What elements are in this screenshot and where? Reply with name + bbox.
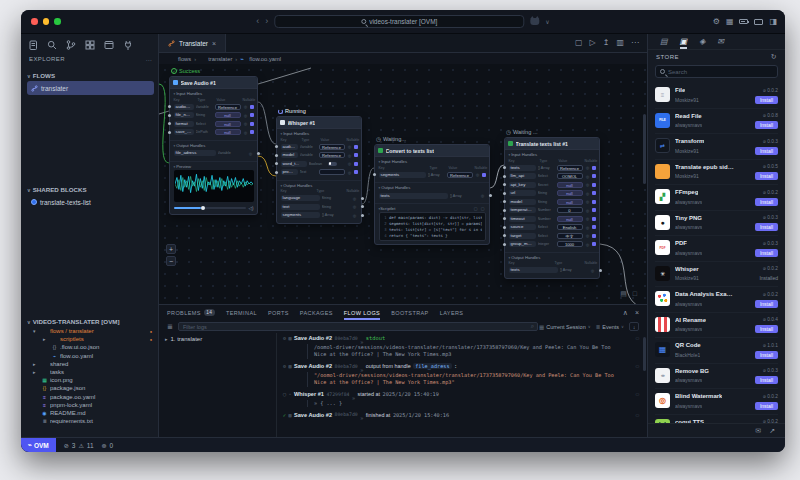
file-tree-item[interactable]: shared	[27, 360, 154, 368]
install-button[interactable]: Install	[755, 172, 778, 180]
output-handles-label[interactable]: Output Handles	[379, 185, 486, 190]
panel-tab[interactable]: PACKAGES	[300, 305, 333, 320]
handle-dot[interactable]	[168, 105, 171, 108]
run-icon[interactable]	[590, 39, 596, 47]
handle-value[interactable]: null	[557, 199, 583, 205]
tab-translater[interactable]: Translater ×	[159, 34, 226, 52]
minimize-window-button[interactable]	[43, 18, 50, 25]
minimap-icon[interactable]	[620, 290, 627, 298]
store-item[interactable]: File 0.0.2 Moskize91 Install	[655, 83, 778, 109]
breadcrumb-item[interactable]: flow.oo.yaml	[240, 56, 281, 62]
input-handle-row[interactable]: file_name String null	[174, 111, 254, 120]
store-item[interactable]: Whisper 0.0.2 Moskize91 Installed	[655, 262, 778, 288]
scriptlet-header[interactable]: Scriptlet	[379, 206, 486, 211]
nullable-checkbox[interactable]	[250, 105, 254, 109]
handle-dot[interactable]	[361, 197, 364, 200]
input-handle-row[interactable]: api_key Secret null	[509, 181, 596, 190]
handle-dot[interactable]	[503, 166, 506, 169]
file-tree-item[interactable]: pnpm-lock.yaml	[27, 401, 154, 409]
share-icon[interactable]	[603, 39, 610, 47]
list-icon[interactable]	[167, 323, 173, 331]
handle-dot[interactable]	[503, 243, 506, 246]
handle-dot[interactable]	[503, 192, 506, 195]
handle-dot[interactable]	[168, 114, 171, 117]
visibility-icon[interactable]	[480, 193, 486, 198]
handle-dot[interactable]	[168, 122, 171, 125]
battery-icon[interactable]	[739, 19, 748, 24]
install-button[interactable]: Install	[755, 147, 778, 155]
visibility-icon[interactable]	[585, 182, 591, 187]
store-item[interactable]: Remove BG 0.0.3 alwaysmavs Install	[655, 364, 778, 390]
store-item[interactable]: Read File 0.0.8 alwaysmavs Install	[655, 109, 778, 135]
panel-tab[interactable]: PROBLEMS 14	[167, 305, 215, 320]
output-handle-row[interactable]: segments {} Array	[281, 211, 358, 220]
player-progress-bar[interactable]	[174, 207, 246, 209]
settings-icon[interactable]	[713, 18, 720, 26]
handle-value[interactable]: null	[215, 112, 241, 118]
panel-tab[interactable]: BOOTSTRAP	[391, 305, 429, 320]
handle-dot[interactable]	[599, 269, 602, 272]
input-handle-row[interactable]: texts {} Array Reference	[509, 164, 596, 173]
collapse-panel-icon[interactable]: ∧	[623, 309, 628, 317]
input-handles-label[interactable]: Input Handles	[509, 152, 596, 157]
window-icon[interactable]	[103, 39, 115, 51]
right-panel-tab[interactable]	[717, 34, 724, 49]
fit-view-icon[interactable]	[633, 290, 637, 298]
visibility-icon[interactable]	[585, 225, 591, 230]
visibility-icon[interactable]	[347, 153, 353, 158]
input-handle-row[interactable]: word_t... Boolean false	[281, 160, 358, 169]
install-button[interactable]: Installed	[759, 274, 778, 282]
zoom-out-button[interactable]: −	[166, 256, 176, 266]
log-gutter-icon[interactable]	[283, 335, 286, 341]
input-handles-label[interactable]: Input Handles	[379, 159, 486, 164]
install-button[interactable]: Install	[755, 121, 778, 129]
handle-dot[interactable]	[275, 145, 278, 148]
zoom-in-button[interactable]: +	[166, 244, 176, 254]
handle-value[interactable]: OOMOL	[557, 173, 583, 179]
handle-dot[interactable]	[361, 205, 364, 208]
shared-blocks-header[interactable]: SHARED BLOCKS	[27, 186, 154, 193]
project-section-header[interactable]: VIDEOS-TRANSLATER [OVM]	[27, 318, 154, 325]
file-tree-item[interactable]: icon.png	[27, 376, 154, 384]
handle-value[interactable]: Reference	[319, 144, 345, 150]
handle-dot[interactable]	[275, 171, 278, 174]
log-gutter-icon[interactable]	[283, 363, 286, 369]
events-select[interactable]: Events	[596, 324, 624, 330]
handle-value[interactable]	[319, 169, 345, 175]
input-handles-label[interactable]: Input Handles	[174, 91, 254, 96]
handle-dot[interactable]	[503, 217, 506, 220]
visibility-icon[interactable]	[590, 268, 596, 273]
log-comment-icon[interactable]	[636, 391, 639, 397]
input-handle-row[interactable]: segments {} Array Reference	[379, 171, 486, 180]
input-handle-row[interactable]: target Select 中文	[509, 232, 596, 241]
source-control-icon[interactable]	[65, 39, 77, 51]
handle-value[interactable]: null	[215, 121, 241, 127]
file-tree-item[interactable]: flow.oo.yaml	[27, 352, 154, 360]
close-tab-icon[interactable]: ×	[212, 40, 216, 47]
handle-dot[interactable]	[361, 214, 364, 217]
nullable-checkbox[interactable]	[354, 170, 358, 174]
visibility-icon[interactable]	[475, 172, 481, 177]
log-comment-icon[interactable]	[636, 335, 639, 341]
more-actions-icon[interactable]: ⋯	[146, 56, 152, 63]
zoom-window-button[interactable]	[54, 18, 61, 25]
nullable-checkbox[interactable]	[592, 208, 596, 212]
handle-dot[interactable]	[503, 183, 506, 186]
store-item[interactable]: coqui TTS 0.0.2 Moskize91 Install	[655, 415, 778, 424]
handle-dot[interactable]	[503, 226, 506, 229]
store-item[interactable]: Tiny PNG 0.0.3 alwaysmavs Install	[655, 211, 778, 237]
input-handle-row[interactable]: save_ad... DirPath null	[174, 128, 254, 137]
split-editor-icon[interactable]	[616, 39, 624, 47]
handle-value[interactable]: English	[557, 224, 583, 230]
visibility-icon[interactable]	[347, 144, 353, 149]
node-translate-texts-list-1[interactable]: Waiting ... Translate texts list #1 Inpu…	[504, 137, 600, 279]
remote-indicator[interactable]: OVM	[21, 438, 56, 452]
history-back-icon[interactable]: ‹	[256, 17, 259, 26]
output-handle-row[interactable]: texts {} Array	[379, 192, 486, 201]
file-tree-item[interactable]: README.md	[27, 409, 154, 417]
output-handle-row[interactable]: texts {} Array	[509, 266, 596, 275]
nullable-checkbox[interactable]	[592, 242, 596, 246]
nullable-checkbox[interactable]	[592, 200, 596, 204]
log-comment-icon[interactable]	[636, 412, 639, 418]
nullable-checkbox[interactable]	[482, 173, 486, 177]
